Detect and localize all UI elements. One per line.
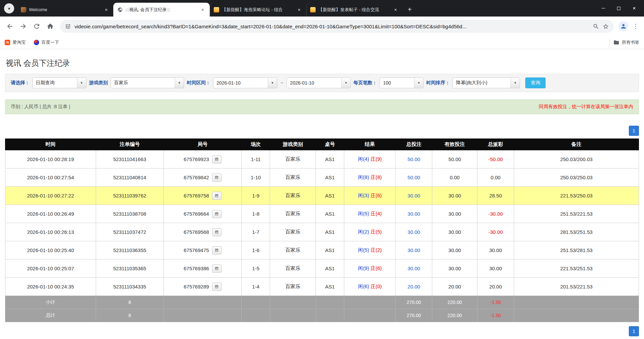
bookmark-baidu[interactable]: 百度一下 [34, 39, 59, 45]
close-icon[interactable]: × [296, 7, 302, 13]
empty-cell [164, 309, 241, 322]
chevron-down-icon: ▾ [8, 6, 10, 11]
cell-table-no: AS1 [316, 241, 344, 259]
sort-select[interactable]: ▼ [452, 78, 520, 88]
close-icon[interactable]: × [200, 7, 206, 13]
round-number: 675769664 [184, 211, 209, 217]
subtotal-row: 小计 8 270.00 220.00 -1.50 [5, 296, 639, 309]
close-window-button[interactable]: × [626, 0, 642, 17]
cell-session: 1-10 [241, 168, 270, 187]
cell-game-type: 百家乐 [270, 168, 316, 187]
round-detail-button[interactable] [212, 174, 222, 182]
home-button[interactable] [44, 20, 57, 33]
tune-icon[interactable] [65, 23, 71, 30]
bet-record-table: 时间 注单编号 局号 场次 游戏类别 桌号 结果 总投注 有效投注 总派彩 备注… [5, 138, 639, 322]
date-end-select[interactable]: ▼ [287, 78, 351, 88]
total-total-bet: 270.00 [396, 309, 432, 322]
empty-cell [316, 309, 344, 322]
cell-time: 2026-01-10 00:27:22 [5, 187, 96, 205]
browser-tab-bar: ▾ Welcome × :::视讯, 会员下注纪录::: × 【新提醒】海燕策略… [0, 0, 644, 17]
maximize-icon [617, 7, 620, 10]
chevron-down-icon[interactable]: ▼ [175, 78, 184, 88]
table-row: 2026-01-10 00:27:22523111039762675769758… [5, 187, 639, 205]
query-type-select[interactable]: ▼ [32, 78, 86, 88]
all-bookmarks-button[interactable]: 所有书签 [613, 39, 639, 45]
tab-welcome[interactable]: Welcome × [17, 3, 113, 17]
page-size-select[interactable]: ▼ [380, 78, 423, 88]
cell-round-no: 675769568 [164, 223, 241, 241]
back-button[interactable] [3, 20, 16, 33]
chevron-down-icon[interactable]: ▼ [341, 78, 350, 88]
tab-forum-2[interactable]: 【新提醒】发表帖子 - 综合交流 × [306, 3, 403, 17]
profile-button[interactable] [618, 21, 628, 31]
round-detail-button[interactable] [212, 283, 222, 291]
forward-button[interactable] [17, 20, 30, 33]
chevron-down-icon[interactable]: ▼ [510, 78, 520, 88]
new-tab-button[interactable]: + [405, 4, 415, 14]
cell-bet-no: 523111035365 [96, 259, 164, 278]
cell-note: 251.53/221.53 [514, 205, 639, 223]
chevron-down-icon[interactable]: ▼ [77, 78, 86, 88]
star-icon[interactable] [603, 23, 609, 30]
address-bar[interactable]: videoie.com/game/betrecord_search/kind3?… [60, 20, 614, 33]
cell-time: 2026-01-10 00:24:35 [5, 278, 96, 296]
round-detail-button[interactable] [212, 155, 222, 163]
select-label: 请选择： [11, 80, 30, 86]
cell-round-no: 675769758 [164, 187, 241, 205]
page-1-button[interactable]: 1 [629, 126, 639, 136]
game-type-select[interactable]: ▼ [111, 78, 184, 88]
page-title: 视讯 会员下注纪录 [6, 58, 639, 68]
total-label: 总计 [5, 309, 96, 322]
game-type-input[interactable] [111, 78, 175, 88]
zoom-icon[interactable] [593, 23, 599, 30]
tab-bet-record[interactable]: :::视讯, 会员下注纪录::: × [113, 3, 210, 17]
tab-forum-1[interactable]: 【新提醒】海燕策略论坛 - 综合 × [210, 3, 306, 17]
page-1-button[interactable]: 1 [629, 326, 639, 336]
replay-image-icon [214, 175, 219, 180]
forward-icon [20, 23, 27, 30]
globe-icon [117, 7, 123, 12]
date-start-input[interactable] [213, 78, 268, 88]
refresh-button[interactable] [30, 20, 43, 33]
cell-payout: 30.00 [477, 241, 514, 259]
cell-round-no: 675769842 [164, 168, 241, 187]
round-detail-button[interactable] [212, 265, 222, 273]
cell-valid-bet: 50.00 [432, 150, 477, 168]
date-start-select[interactable]: ▼ [213, 78, 277, 88]
round-detail-button[interactable] [212, 210, 222, 218]
maximize-button[interactable] [611, 0, 626, 17]
date-end-input[interactable] [287, 78, 341, 88]
close-icon[interactable]: × [103, 7, 109, 13]
cell-payout: 0.00 [477, 168, 514, 187]
replay-image-icon [214, 230, 219, 234]
minimize-button[interactable] [595, 0, 611, 17]
sort-input[interactable] [453, 78, 510, 88]
search-button[interactable]: 查询 [525, 78, 546, 88]
browser-menu-button[interactable]: ⋮ [631, 21, 641, 31]
round-detail-button[interactable] [212, 246, 222, 254]
table-row: 2026-01-10 00:26:13523111037472675769568… [5, 223, 639, 241]
query-type-input[interactable] [33, 78, 77, 88]
close-icon[interactable]: × [392, 7, 399, 13]
cell-valid-bet: 30.00 [432, 223, 477, 241]
chevron-down-icon[interactable]: ▼ [268, 78, 277, 88]
forum-favicon [214, 7, 219, 12]
chevron-down-icon[interactable]: ▼ [414, 78, 423, 88]
bookmark-aitaobao[interactable]: 淘 爱淘宝 [5, 39, 26, 45]
round-detail-button[interactable] [212, 192, 222, 200]
round-number: 675769289 [184, 284, 209, 289]
tab-search-button[interactable]: ▾ [4, 3, 14, 13]
page-size-label: 每页笔数： [353, 80, 377, 86]
cell-total-bet: 30.00 [396, 259, 432, 278]
cell-round-no: 675769386 [164, 259, 241, 278]
round-detail-button[interactable] [212, 228, 222, 236]
cell-result: 闲(5) 庄(4) [344, 205, 396, 223]
result-banker: 庄(5) [371, 229, 382, 235]
replay-image-icon [214, 248, 219, 252]
page-size-input[interactable] [380, 78, 414, 88]
cell-session: 1-11 [241, 150, 270, 168]
cell-round-no: 675769289 [164, 278, 241, 296]
result-player: 闲(3) [358, 192, 369, 198]
cell-game-type: 百家乐 [270, 205, 316, 223]
url-text[interactable]: videoie.com/game/betrecord_search/kind3?… [75, 24, 589, 29]
